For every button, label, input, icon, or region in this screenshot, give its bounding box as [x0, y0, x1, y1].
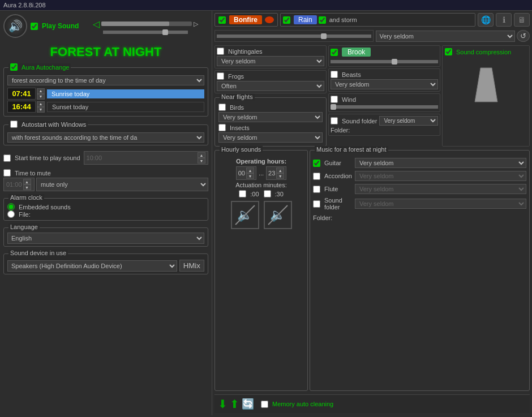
music-forest-group: Music for a forest at night Guitar Very …	[310, 150, 530, 391]
actuation-30: :30	[275, 191, 284, 197]
upload-green-btn[interactable]: ⬆	[230, 397, 239, 411]
mute-select[interactable]: mute only	[36, 178, 208, 191]
mute-up[interactable]: ▲	[23, 179, 31, 184]
sync-btn[interactable]: 🔄	[242, 398, 254, 410]
bottom-row: Hourly sounds Operating hours: 00 ▲ ▼ ..…	[214, 150, 530, 391]
brook-checkbox[interactable]	[331, 49, 338, 56]
brook-slider[interactable]	[331, 60, 438, 63]
bottom-bar: ⬇ ⬆ 🔄 Memory auto cleaning	[214, 394, 530, 413]
near-flights-group: Near flights Birds Very seldom Insects	[214, 97, 327, 147]
brook-label: Brook	[342, 48, 371, 57]
time-to-mute-checkbox[interactable]	[3, 169, 11, 177]
sound-folder-label: Sound folder	[342, 118, 377, 124]
start-time-checkbox[interactable]	[3, 154, 11, 162]
autostart-select[interactable]: with forest sounds according to the time…	[7, 132, 204, 143]
flute-label: Flute	[324, 186, 338, 192]
play-sound-label[interactable]: Play Sound	[31, 22, 79, 30]
end-hour-down[interactable]: ▼	[276, 173, 284, 179]
sound-folder-group: Sound folder Very seldom Folder:	[328, 114, 440, 136]
start-hour-spinner[interactable]: ▲ ▼	[246, 167, 254, 179]
info-icon-btn[interactable]: ℹ	[496, 13, 512, 27]
wind-checkbox[interactable]	[331, 96, 338, 103]
compression-svg	[464, 62, 509, 108]
sunrise-spinner[interactable]: ▲ ▼	[37, 88, 45, 100]
rain-refresh-btn[interactable]: ↺	[517, 30, 530, 42]
play-sound-checkbox[interactable]	[31, 23, 38, 30]
aura-autochange-select[interactable]: forest according to the time of day	[7, 75, 204, 85]
flute-checkbox[interactable]	[313, 186, 320, 193]
sunrise-up[interactable]: ▲	[37, 88, 45, 94]
sunrise-label: Sunrise today	[47, 89, 204, 98]
wind-slider[interactable]	[331, 105, 438, 109]
accordion-select[interactable]: Very seldom	[355, 171, 526, 181]
storm-checkbox[interactable]	[319, 16, 326, 24]
actuation-00-checkbox[interactable]	[239, 190, 246, 197]
sunrise-time: 07:41	[7, 88, 36, 100]
end-hour-spinner[interactable]: ▲ ▼	[276, 167, 284, 179]
music-sound-folder-select[interactable]: Very seldom	[355, 199, 526, 209]
sunset-down[interactable]: ▼	[37, 107, 45, 113]
memory-auto-cleaning-label: Memory auto cleaning	[272, 401, 333, 407]
birds-select[interactable]: Very seldom	[218, 112, 323, 122]
sound-compression-label: Sound compression	[456, 49, 511, 55]
hmix-button[interactable]: HMix	[179, 260, 204, 272]
flute-select[interactable]: Very seldom	[355, 184, 526, 194]
bonfire-slider[interactable]	[217, 35, 371, 38]
nightingales-checkbox[interactable]	[217, 48, 224, 55]
beasts-select[interactable]: Very seldom	[331, 79, 438, 89]
start-time-down[interactable]: ▼	[198, 158, 205, 164]
mute-down[interactable]: ▼	[23, 184, 31, 190]
operating-hours-label: Operating hours:	[218, 158, 304, 165]
app-logo: 🔊	[3, 14, 27, 38]
start-hour-box: 00 ▲ ▼	[236, 166, 256, 180]
rain-freq-select[interactable]: Very seldom	[376, 31, 516, 42]
actuation-30-checkbox[interactable]	[264, 190, 271, 197]
wind-label: Wind	[342, 96, 356, 103]
download-green-btn[interactable]: ⬇	[218, 397, 228, 411]
birds-checkbox[interactable]	[218, 104, 226, 111]
end-hour-up[interactable]: ▲	[276, 167, 284, 173]
sunrise-down[interactable]: ▼	[37, 94, 45, 100]
nightingales-group: Nightingales Very seldom	[214, 45, 327, 68]
sound-folder-checkbox[interactable]	[331, 117, 338, 124]
start-hour-down[interactable]: ▼	[246, 173, 254, 179]
frogs-select[interactable]: Often	[217, 81, 324, 91]
beasts-checkbox[interactable]	[331, 71, 338, 78]
sound-folder-select[interactable]: Very seldom	[379, 116, 438, 126]
sound-device-select[interactable]: Speakers (High Definition Audio Device)	[7, 260, 177, 272]
volume-slider[interactable]	[103, 31, 188, 34]
arrow-right-icon: ▷	[194, 20, 198, 28]
monitor-icon-btn[interactable]: 🖥	[514, 13, 530, 27]
sunset-up[interactable]: ▲	[37, 101, 45, 107]
bonfire-checkbox[interactable]	[218, 16, 226, 24]
rain-checkbox[interactable]	[283, 16, 290, 24]
guitar-checkbox[interactable]	[313, 160, 320, 167]
memory-auto-cleaning-checkbox[interactable]	[261, 401, 268, 408]
sunset-spinner[interactable]: ▲ ▼	[37, 101, 45, 113]
music-folder-path: Folder:	[313, 214, 526, 221]
music-sound-folder-checkbox[interactable]	[313, 200, 320, 208]
start-time-spinner[interactable]: ▲ ▼	[198, 152, 205, 164]
frogs-checkbox[interactable]	[217, 72, 224, 80]
sound-compression-checkbox[interactable]	[445, 48, 452, 55]
accordion-label: Accordion	[324, 173, 352, 179]
globe-icon-btn[interactable]: 🌐	[478, 13, 494, 27]
mute-spinner[interactable]: ▲ ▼	[23, 179, 31, 190]
autostart-checkbox[interactable]	[10, 121, 18, 128]
start-time-up[interactable]: ▲	[198, 152, 205, 158]
insects-checkbox[interactable]	[218, 124, 226, 131]
operating-hours-row: 00 ▲ ▼ ... 23 ▲ ▼	[218, 166, 304, 180]
accordion-checkbox[interactable]	[313, 173, 320, 180]
language-select[interactable]: English	[7, 233, 204, 244]
aura-autochange-checkbox[interactable]	[10, 63, 18, 71]
embedded-radio[interactable]	[7, 203, 15, 210]
start-hour-up[interactable]: ▲	[246, 167, 254, 173]
music-sound-folder-label: Sound folder	[324, 197, 353, 210]
forest-title: FOREST AT NIGHT	[3, 45, 208, 59]
file-radio[interactable]	[7, 210, 15, 218]
brook-group: Brook	[328, 45, 440, 67]
beasts-label: Beasts	[342, 71, 361, 78]
guitar-select[interactable]: Very seldom	[355, 158, 526, 168]
nightingales-select[interactable]: Very seldom	[217, 56, 324, 66]
insects-select[interactable]: Very seldom	[218, 132, 323, 143]
